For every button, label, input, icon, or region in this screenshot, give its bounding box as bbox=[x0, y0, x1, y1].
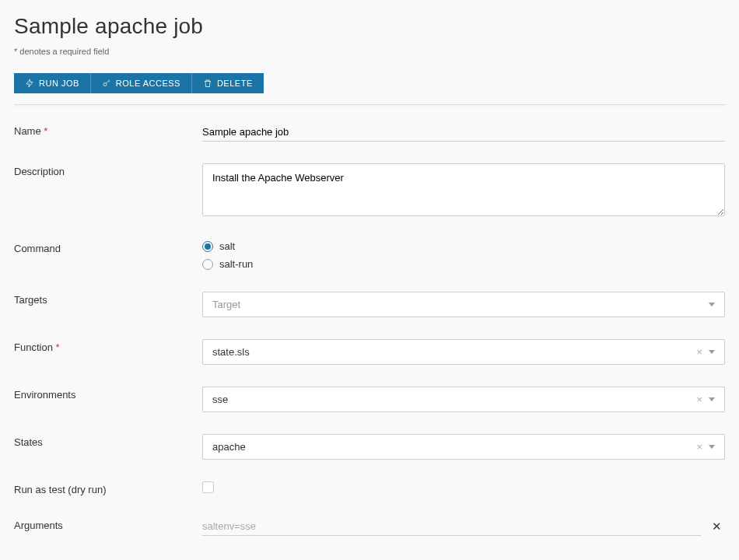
states-label: States bbox=[14, 434, 202, 448]
role-access-label: ROLE ACCESS bbox=[116, 79, 180, 88]
command-salt-radio[interactable]: salt bbox=[202, 240, 725, 252]
name-input[interactable] bbox=[202, 123, 725, 142]
run-as-test-label: Run as test (dry run) bbox=[14, 481, 202, 495]
targets-label: Targets bbox=[14, 292, 202, 306]
required-field-note: * denotes a required field bbox=[14, 47, 725, 56]
asterisk-icon: * bbox=[14, 47, 17, 56]
environments-select[interactable]: sse × bbox=[202, 387, 725, 412]
trash-icon bbox=[203, 79, 212, 88]
delete-label: DELETE bbox=[217, 79, 253, 88]
description-input[interactable] bbox=[202, 163, 725, 216]
targets-select[interactable]: Target bbox=[202, 292, 725, 317]
chevron-down-icon bbox=[709, 350, 715, 354]
action-toolbar: RUN JOB ROLE ACCESS DELETE bbox=[14, 73, 725, 93]
states-value: apache bbox=[212, 441, 246, 453]
radio-label-salt: salt bbox=[219, 240, 235, 252]
name-row: Name * bbox=[14, 123, 725, 142]
function-label: Function * bbox=[14, 339, 202, 353]
run-job-label: RUN JOB bbox=[39, 79, 79, 88]
chevron-down-icon bbox=[709, 445, 715, 449]
command-row: Command salt salt-run bbox=[14, 240, 725, 270]
chevron-down-icon bbox=[709, 397, 715, 401]
targets-row: Targets Target bbox=[14, 292, 725, 317]
chevron-down-icon bbox=[709, 303, 715, 306]
name-label: Name * bbox=[14, 123, 202, 137]
function-select[interactable]: state.sls × bbox=[202, 339, 725, 365]
delete-button[interactable]: DELETE bbox=[192, 73, 264, 93]
required-note-text: denotes a required field bbox=[19, 47, 109, 56]
section-divider bbox=[14, 104, 725, 107]
radio-icon bbox=[202, 241, 213, 252]
arguments-row: Arguments ✕ bbox=[14, 517, 725, 536]
svg-point-0 bbox=[103, 83, 107, 86]
asterisk-icon: * bbox=[44, 125, 47, 137]
command-salt-run-radio[interactable]: salt-run bbox=[202, 258, 725, 270]
description-label: Description bbox=[14, 163, 202, 177]
asterisk-icon: * bbox=[56, 341, 60, 353]
function-value: state.sls bbox=[212, 346, 250, 358]
command-radio-group: salt salt-run bbox=[202, 240, 725, 270]
function-row: Function * state.sls × bbox=[14, 339, 725, 365]
command-label: Command bbox=[14, 240, 202, 254]
role-access-button[interactable]: ROLE ACCESS bbox=[91, 73, 192, 93]
clear-icon[interactable]: × bbox=[696, 441, 702, 453]
clear-icon[interactable]: × bbox=[696, 346, 702, 358]
argument-input[interactable] bbox=[202, 517, 701, 536]
lightning-icon bbox=[25, 79, 34, 88]
description-row: Description bbox=[14, 163, 725, 219]
environments-value: sse bbox=[212, 394, 228, 405]
run-as-test-checkbox[interactable] bbox=[202, 481, 214, 493]
clear-icon[interactable]: × bbox=[696, 394, 702, 405]
page-title: Sample apache job bbox=[14, 14, 725, 39]
run-as-test-row: Run as test (dry run) bbox=[14, 481, 725, 495]
remove-argument-icon[interactable]: ✕ bbox=[709, 520, 725, 534]
states-select[interactable]: apache × bbox=[202, 434, 725, 460]
run-job-button[interactable]: RUN JOB bbox=[14, 73, 91, 93]
radio-icon bbox=[202, 259, 213, 270]
states-row: States apache × bbox=[14, 434, 725, 460]
targets-placeholder: Target bbox=[212, 299, 240, 310]
key-icon bbox=[102, 79, 111, 88]
arguments-label: Arguments bbox=[14, 517, 202, 531]
environments-label: Environments bbox=[14, 387, 202, 401]
environments-row: Environments sse × bbox=[14, 387, 725, 412]
radio-label-salt-run: salt-run bbox=[219, 258, 253, 270]
